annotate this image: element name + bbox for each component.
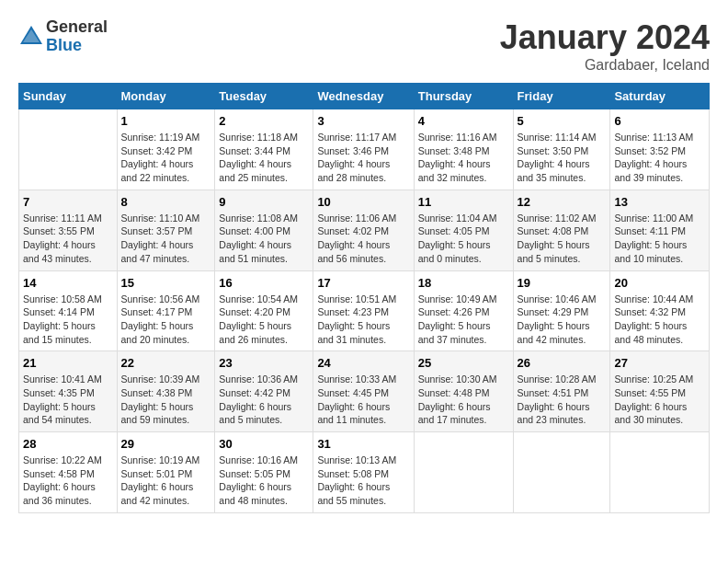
logo: General Blue: [18, 18, 108, 55]
day-number: 28: [23, 437, 113, 451]
day-info: Sunrise: 10:13 AM Sunset: 5:08 PM Daylig…: [317, 454, 409, 508]
weekday-header: Sunday: [19, 84, 118, 109]
calendar-cell: 20Sunrise: 10:44 AM Sunset: 4:32 PM Dayl…: [610, 270, 710, 351]
calendar-cell: 24Sunrise: 10:33 AM Sunset: 4:45 PM Dayl…: [313, 351, 414, 432]
day-number: 29: [121, 437, 211, 451]
location: Gardabaer, Iceland: [500, 57, 710, 74]
day-info: Sunrise: 10:16 AM Sunset: 5:05 PM Daylig…: [219, 454, 309, 508]
weekday-header: Saturday: [610, 84, 710, 109]
logo-text: General Blue: [46, 18, 108, 55]
day-info: Sunrise: 10:36 AM Sunset: 4:42 PM Daylig…: [219, 373, 309, 427]
calendar-week-row: 21Sunrise: 10:41 AM Sunset: 4:35 PM Dayl…: [19, 351, 710, 432]
day-number: 25: [418, 356, 509, 370]
calendar-cell: [19, 109, 118, 190]
calendar-week-row: 14Sunrise: 10:58 AM Sunset: 4:14 PM Dayl…: [19, 270, 710, 351]
calendar-week-row: 7Sunrise: 11:11 AM Sunset: 3:55 PM Dayli…: [19, 190, 710, 270]
page-header: General Blue January 2024 Gardabaer, Ice…: [18, 18, 710, 74]
day-info: Sunrise: 11:04 AM Sunset: 4:05 PM Daylig…: [418, 212, 509, 266]
calendar-cell: 3Sunrise: 11:17 AM Sunset: 3:46 PM Dayli…: [313, 109, 414, 190]
calendar-cell: [414, 432, 513, 513]
calendar-cell: 16Sunrise: 10:54 AM Sunset: 4:20 PM Dayl…: [215, 270, 313, 351]
day-info: Sunrise: 11:11 AM Sunset: 3:55 PM Daylig…: [23, 212, 113, 266]
day-info: Sunrise: 11:10 AM Sunset: 3:57 PM Daylig…: [121, 212, 211, 266]
calendar-cell: 15Sunrise: 10:56 AM Sunset: 4:17 PM Dayl…: [117, 270, 215, 351]
calendar-cell: 27Sunrise: 10:25 AM Sunset: 4:55 PM Dayl…: [610, 351, 710, 432]
calendar-table: SundayMondayTuesdayWednesdayThursdayFrid…: [18, 83, 710, 513]
calendar-cell: 10Sunrise: 11:06 AM Sunset: 4:02 PM Dayl…: [313, 190, 414, 270]
calendar-cell: 19Sunrise: 10:46 AM Sunset: 4:29 PM Dayl…: [513, 270, 610, 351]
day-info: Sunrise: 10:19 AM Sunset: 5:01 PM Daylig…: [121, 454, 211, 508]
day-info: Sunrise: 10:56 AM Sunset: 4:17 PM Daylig…: [121, 293, 211, 347]
calendar-cell: 12Sunrise: 11:02 AM Sunset: 4:08 PM Dayl…: [513, 190, 610, 270]
calendar-header-row: SundayMondayTuesdayWednesdayThursdayFrid…: [19, 84, 710, 109]
day-info: Sunrise: 10:44 AM Sunset: 4:32 PM Daylig…: [614, 293, 705, 347]
calendar-week-row: 1Sunrise: 11:19 AM Sunset: 3:42 PM Dayli…: [19, 109, 710, 190]
day-number: 9: [219, 195, 309, 209]
calendar-cell: 11Sunrise: 11:04 AM Sunset: 4:05 PM Dayl…: [414, 190, 513, 270]
day-number: 26: [518, 356, 607, 370]
day-number: 30: [219, 437, 309, 451]
calendar-cell: 31Sunrise: 10:13 AM Sunset: 5:08 PM Dayl…: [313, 432, 414, 513]
day-number: 13: [614, 195, 705, 209]
calendar-cell: 13Sunrise: 11:00 AM Sunset: 4:11 PM Dayl…: [610, 190, 710, 270]
day-number: 12: [518, 195, 607, 209]
day-number: 17: [317, 276, 409, 290]
day-number: 4: [418, 114, 509, 128]
day-number: 27: [614, 356, 705, 370]
day-info: Sunrise: 10:33 AM Sunset: 4:45 PM Daylig…: [317, 373, 409, 427]
day-info: Sunrise: 10:22 AM Sunset: 4:58 PM Daylig…: [23, 454, 113, 508]
month-title: January 2024: [500, 18, 710, 57]
weekday-header: Friday: [513, 84, 610, 109]
day-info: Sunrise: 11:08 AM Sunset: 4:00 PM Daylig…: [219, 212, 309, 266]
weekday-header: Wednesday: [313, 84, 414, 109]
day-info: Sunrise: 10:39 AM Sunset: 4:38 PM Daylig…: [121, 373, 211, 427]
calendar-cell: 21Sunrise: 10:41 AM Sunset: 4:35 PM Dayl…: [19, 351, 118, 432]
calendar-cell: 28Sunrise: 10:22 AM Sunset: 4:58 PM Dayl…: [19, 432, 118, 513]
day-info: Sunrise: 10:46 AM Sunset: 4:29 PM Daylig…: [518, 293, 607, 347]
day-info: Sunrise: 11:18 AM Sunset: 3:44 PM Daylig…: [219, 131, 309, 185]
weekday-header: Tuesday: [215, 84, 313, 109]
weekday-header: Thursday: [414, 84, 513, 109]
day-number: 15: [121, 276, 211, 290]
day-info: Sunrise: 10:25 AM Sunset: 4:55 PM Daylig…: [614, 373, 705, 427]
day-info: Sunrise: 10:28 AM Sunset: 4:51 PM Daylig…: [518, 373, 607, 427]
day-info: Sunrise: 11:06 AM Sunset: 4:02 PM Daylig…: [317, 212, 409, 266]
day-info: Sunrise: 11:16 AM Sunset: 3:48 PM Daylig…: [418, 131, 509, 185]
day-number: 23: [219, 356, 309, 370]
day-number: 21: [23, 356, 113, 370]
calendar-cell: 8Sunrise: 11:10 AM Sunset: 3:57 PM Dayli…: [117, 190, 215, 270]
calendar-cell: 23Sunrise: 10:36 AM Sunset: 4:42 PM Dayl…: [215, 351, 313, 432]
calendar-cell: 7Sunrise: 11:11 AM Sunset: 3:55 PM Dayli…: [19, 190, 118, 270]
calendar-cell: 5Sunrise: 11:14 AM Sunset: 3:50 PM Dayli…: [513, 109, 610, 190]
calendar-cell: 29Sunrise: 10:19 AM Sunset: 5:01 PM Dayl…: [117, 432, 215, 513]
day-info: Sunrise: 10:54 AM Sunset: 4:20 PM Daylig…: [219, 293, 309, 347]
day-number: 14: [23, 276, 113, 290]
day-info: Sunrise: 10:41 AM Sunset: 4:35 PM Daylig…: [23, 373, 113, 427]
day-number: 8: [121, 195, 211, 209]
title-section: January 2024 Gardabaer, Iceland: [500, 18, 710, 74]
day-info: Sunrise: 11:14 AM Sunset: 3:50 PM Daylig…: [518, 131, 607, 185]
calendar-cell: 17Sunrise: 10:51 AM Sunset: 4:23 PM Dayl…: [313, 270, 414, 351]
logo-general: General: [46, 18, 108, 37]
calendar-cell: 1Sunrise: 11:19 AM Sunset: 3:42 PM Dayli…: [117, 109, 215, 190]
calendar-cell: 4Sunrise: 11:16 AM Sunset: 3:48 PM Dayli…: [414, 109, 513, 190]
day-info: Sunrise: 10:51 AM Sunset: 4:23 PM Daylig…: [317, 293, 409, 347]
calendar-cell: 25Sunrise: 10:30 AM Sunset: 4:48 PM Dayl…: [414, 351, 513, 432]
day-number: 31: [317, 437, 409, 451]
day-info: Sunrise: 11:02 AM Sunset: 4:08 PM Daylig…: [518, 212, 607, 266]
day-number: 19: [518, 276, 607, 290]
calendar-cell: 22Sunrise: 10:39 AM Sunset: 4:38 PM Dayl…: [117, 351, 215, 432]
day-info: Sunrise: 10:30 AM Sunset: 4:48 PM Daylig…: [418, 373, 509, 427]
day-number: 7: [23, 195, 113, 209]
calendar-cell: 26Sunrise: 10:28 AM Sunset: 4:51 PM Dayl…: [513, 351, 610, 432]
day-number: 18: [418, 276, 509, 290]
day-info: Sunrise: 11:19 AM Sunset: 3:42 PM Daylig…: [121, 131, 211, 185]
logo-blue: Blue: [46, 37, 108, 55]
day-number: 2: [219, 114, 309, 128]
calendar-cell: 14Sunrise: 10:58 AM Sunset: 4:14 PM Dayl…: [19, 270, 118, 351]
logo-icon: [18, 24, 44, 50]
day-number: 24: [317, 356, 409, 370]
day-number: 3: [317, 114, 409, 128]
calendar-cell: 9Sunrise: 11:08 AM Sunset: 4:00 PM Dayli…: [215, 190, 313, 270]
day-info: Sunrise: 11:13 AM Sunset: 3:52 PM Daylig…: [614, 131, 705, 185]
